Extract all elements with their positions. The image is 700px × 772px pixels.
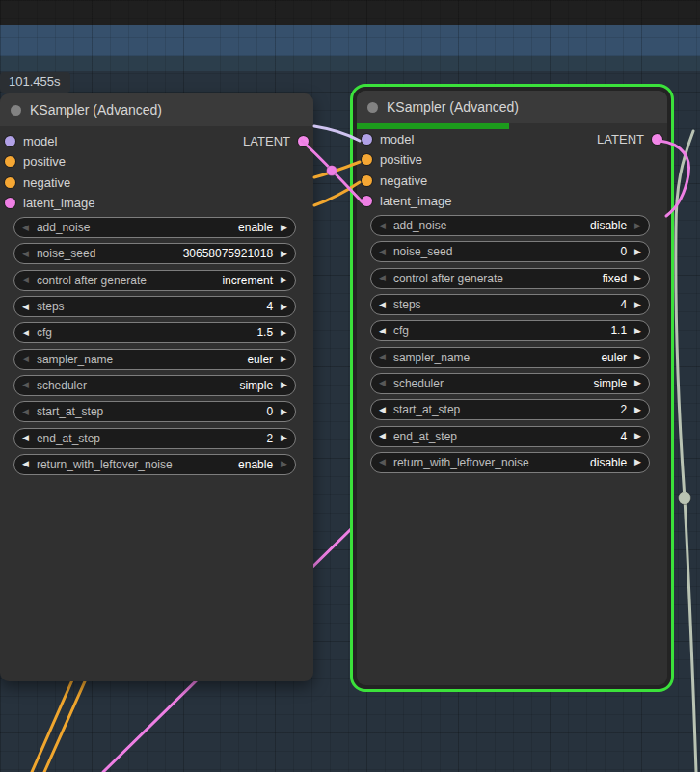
output-slot-latent-icon[interactable]: [652, 134, 662, 145]
increment-arrow-icon[interactable]: ▶: [281, 303, 287, 311]
decrement-arrow-icon: ◀: [379, 379, 386, 387]
widgets: ◀add_noiseenable▶◀noise_seed306580759210…: [0, 213, 313, 475]
decrement-arrow-icon[interactable]: ◀: [379, 301, 386, 309]
reroute-dot[interactable]: [679, 492, 691, 505]
increment-arrow-icon[interactable]: ▶: [281, 408, 287, 416]
decrement-arrow-icon: ◀: [379, 222, 386, 230]
widget-scheduler[interactable]: ◀schedulersimple▶: [370, 373, 650, 394]
widget-label: add_noise: [393, 219, 446, 232]
decrement-arrow-icon[interactable]: ◀: [379, 432, 386, 440]
input-positive: positive: [357, 149, 667, 170]
widget-return_with_leftover_noise[interactable]: ◀return_with_leftover_noisedisable▶: [370, 452, 650, 473]
increment-arrow-icon[interactable]: ▶: [281, 355, 287, 363]
widget-value: simple: [239, 379, 273, 392]
widget-start_at_step[interactable]: ◀start_at_step2▶: [370, 399, 650, 420]
increment-arrow-icon[interactable]: ▶: [634, 458, 641, 466]
widget-value: disable: [590, 456, 627, 469]
widget-return_with_leftover_noise[interactable]: ◀return_with_leftover_noiseenable▶: [13, 454, 296, 475]
latent-link-dot[interactable]: [327, 166, 337, 176]
input-latent_image: latent_image: [0, 193, 313, 213]
widget-sampler_name[interactable]: ◀sampler_nameeuler▶: [370, 347, 650, 368]
decrement-arrow-icon: ◀: [379, 274, 386, 282]
input-slot-positive-icon[interactable]: [5, 156, 15, 167]
node-ksampler-left[interactable]: KSampler (Advanced) modelpositivenegativ…: [0, 93, 313, 681]
increment-arrow-icon[interactable]: ▶: [281, 329, 287, 337]
decrement-arrow-icon: ◀: [379, 353, 386, 361]
widget-label: sampler_name: [37, 353, 113, 366]
input-slot-latent_image-icon[interactable]: [5, 198, 15, 208]
widget-noise_seed[interactable]: ◀noise_seed0▶: [370, 241, 650, 262]
node-title: KSampler (Advanced): [387, 99, 519, 115]
widget-value: euler: [247, 353, 273, 366]
widget-value: fixed: [603, 272, 627, 285]
output-label: LATENT: [243, 134, 290, 148]
decrement-arrow-icon: ◀: [379, 458, 386, 466]
widget-value: enable: [238, 221, 273, 234]
widget-cfg[interactable]: ◀cfg1.1▶: [370, 320, 650, 341]
widget-label: end_at_step: [37, 432, 100, 445]
increment-arrow-icon[interactable]: ▶: [634, 406, 641, 414]
decrement-arrow-icon: ◀: [379, 248, 386, 256]
increment-arrow-icon[interactable]: ▶: [634, 353, 641, 361]
node-title-bar[interactable]: KSampler (Advanced): [357, 91, 667, 123]
widget-label: cfg: [393, 324, 409, 337]
node-ksampler-right[interactable]: KSampler (Advanced) modelpositivenegativ…: [357, 91, 667, 685]
increment-arrow-icon[interactable]: ▶: [634, 327, 641, 335]
widget-noise_seed[interactable]: ◀noise_seed30658075921018▶: [13, 243, 296, 264]
decrement-arrow-icon: ◀: [22, 381, 29, 389]
decrement-arrow-icon[interactable]: ◀: [22, 303, 29, 311]
decrement-arrow-icon: ◀: [22, 276, 29, 284]
widget-add_noise[interactable]: ◀add_noiseenable▶: [13, 217, 296, 238]
widgets: ◀add_noisedisable▶◀noise_seed0▶◀control …: [357, 211, 667, 473]
widget-value: enable: [238, 458, 273, 471]
widget-steps[interactable]: ◀steps4▶: [370, 294, 650, 315]
input-slot-model-icon[interactable]: [362, 134, 372, 145]
decrement-arrow-icon: ◀: [22, 250, 29, 258]
decrement-arrow-icon[interactable]: ◀: [22, 329, 29, 337]
input-slot-negative-icon[interactable]: [5, 177, 15, 188]
increment-arrow-icon[interactable]: ▶: [634, 301, 641, 309]
widget-add_noise[interactable]: ◀add_noisedisable▶: [370, 215, 650, 236]
decrement-arrow-icon[interactable]: ◀: [22, 434, 29, 442]
decrement-arrow-icon[interactable]: ◀: [22, 460, 29, 468]
input-negative: negative: [0, 173, 313, 193]
widget-label: control after generate: [37, 274, 147, 287]
widget-label: end_at_step: [393, 430, 457, 443]
widget-end_at_step[interactable]: ◀end_at_step4▶: [370, 426, 650, 447]
increment-arrow-icon[interactable]: ▶: [281, 434, 287, 442]
widget-label: start_at_step: [37, 405, 103, 418]
widget-sampler_name[interactable]: ◀sampler_nameeuler▶: [13, 349, 296, 370]
widget-control-after-generate[interactable]: ◀control after generateincrement▶: [13, 270, 296, 291]
decrement-arrow-icon[interactable]: ◀: [379, 406, 386, 414]
widget-label: return_with_leftover_noise: [393, 456, 529, 469]
increment-arrow-icon[interactable]: ▶: [281, 381, 287, 389]
increment-arrow-icon: ▶: [281, 460, 287, 468]
widget-start_at_step[interactable]: ◀start_at_step0▶: [13, 401, 296, 422]
increment-arrow-icon[interactable]: ▶: [634, 432, 641, 440]
increment-arrow-icon: ▶: [634, 222, 641, 230]
input-slot-negative-icon[interactable]: [362, 175, 372, 186]
decrement-arrow-icon[interactable]: ◀: [379, 327, 386, 335]
node-title-bar[interactable]: KSampler (Advanced): [0, 93, 313, 126]
widget-end_at_step[interactable]: ◀end_at_step2▶: [13, 428, 296, 449]
increment-arrow-icon[interactable]: ▶: [281, 250, 287, 258]
widget-steps[interactable]: ◀steps4▶: [13, 296, 296, 317]
increment-arrow-icon[interactable]: ▶: [281, 276, 287, 284]
increment-arrow-icon[interactable]: ▶: [634, 274, 641, 282]
widget-value: 4: [620, 430, 627, 443]
input-slot-latent_image-icon[interactable]: [362, 196, 372, 206]
widget-value: euler: [601, 351, 627, 364]
widget-value: disable: [590, 219, 627, 232]
output-slot-latent-icon[interactable]: [298, 136, 309, 146]
increment-arrow-icon[interactable]: ▶: [634, 379, 641, 387]
increment-arrow-icon[interactable]: ▶: [281, 224, 287, 232]
input-slot-model-icon[interactable]: [5, 136, 15, 146]
node-title: KSampler (Advanced): [30, 102, 162, 118]
widget-scheduler[interactable]: ◀schedulersimple▶: [13, 375, 296, 396]
widget-control-after-generate[interactable]: ◀control after generatefixed▶: [370, 268, 650, 289]
node-graph-canvas[interactable]: 101.455s KSampler (Advanced) modelpositi…: [0, 0, 700, 772]
widget-label: sampler_name: [393, 351, 470, 364]
input-slot-positive-icon[interactable]: [362, 154, 372, 165]
widget-cfg[interactable]: ◀cfg1.5▶: [13, 322, 296, 343]
increment-arrow-icon[interactable]: ▶: [634, 248, 641, 256]
